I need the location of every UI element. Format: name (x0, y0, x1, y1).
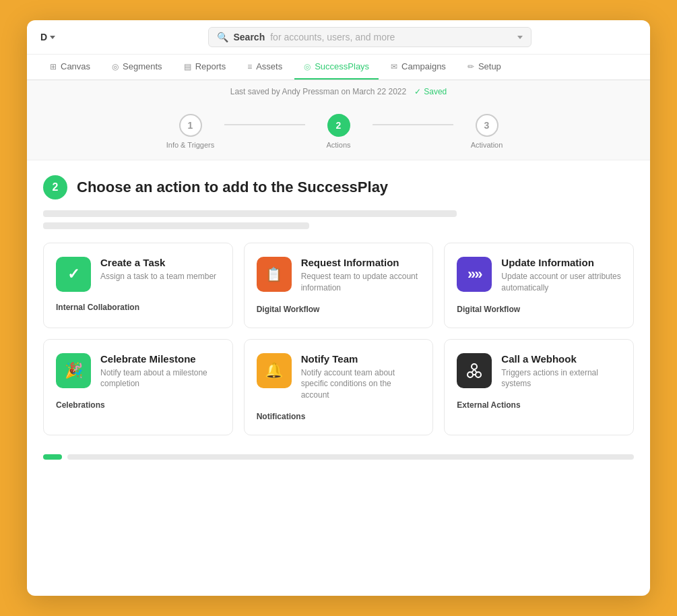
tab-campaigns[interactable]: ✉ Campaigns (381, 55, 455, 80)
canvas-tab-icon: ⊞ (50, 62, 57, 71)
webhook-text: Call a Webhook Triggers actions in exter… (501, 353, 621, 390)
create-task-text: Create a Task Assign a task to a team me… (100, 257, 220, 282)
svg-line-4 (474, 369, 477, 373)
assets-tab-label: Assets (256, 61, 282, 71)
search-dropdown-icon[interactable] (517, 36, 523, 39)
card-top-create-task: ✓ Create a Task Assign a task to a team … (56, 257, 220, 292)
update-info-title: Update Information (501, 257, 621, 268)
tab-reports[interactable]: ▤ Reports (174, 55, 236, 80)
step-connector-2 (373, 124, 453, 125)
step-2-label: Actions (326, 141, 350, 149)
card-update-information[interactable]: »» Update Information Update account or … (444, 243, 634, 328)
celebrate-icon: 🎉 (56, 353, 91, 388)
tab-canvas[interactable]: ⊞ Canvas (40, 55, 100, 80)
filter-bar (27, 210, 650, 243)
search-icon: 🔍 (217, 32, 228, 42)
svg-point-2 (472, 364, 477, 369)
brand-dropdown-icon[interactable] (50, 36, 55, 39)
step-3-label: Activation (471, 141, 503, 149)
segments-tab-label: Segments (123, 61, 162, 71)
update-info-desc: Update account or user attributes automa… (501, 271, 621, 294)
scroll-dot (43, 454, 62, 460)
party-icon: 🎉 (65, 362, 83, 379)
app-window: D 🔍 Search for accounts, users, and more… (27, 20, 650, 596)
search-bar[interactable]: 🔍 Search for accounts, users, and more (208, 27, 531, 47)
search-bold-label: Search (234, 32, 265, 42)
step-3[interactable]: 3 Activation (453, 114, 521, 149)
webhook-icon (457, 353, 492, 388)
card-celebrate-milestone[interactable]: 🎉 Celebrate Milestone Notify team about … (43, 339, 233, 435)
webhook-category: External Actions (457, 400, 621, 410)
campaigns-tab-icon: ✉ (391, 62, 397, 71)
successplays-tab-label: SuccessPlays (315, 61, 369, 71)
tab-setup[interactable]: ✏ Setup (458, 55, 511, 80)
request-info-category: Digital Workflow (257, 305, 421, 314)
save-status-bar: Last saved by Andy Pressman on March 22 … (27, 80, 650, 103)
step-title: Choose an action to add to the SuccessPl… (77, 179, 388, 196)
card-top-update-info: »» Update Information Update account or … (457, 257, 621, 294)
saved-label: Saved (424, 87, 447, 96)
setup-tab-label: Setup (478, 61, 501, 71)
step-1-circle: 1 (179, 114, 202, 137)
canvas-tab-label: Canvas (61, 61, 90, 71)
request-info-title: Request Information (301, 257, 421, 268)
webhook-title: Call a Webhook (501, 353, 621, 365)
card-request-information[interactable]: 📋 Request Information Request team to up… (244, 243, 434, 328)
segments-tab-icon: ◎ (112, 62, 119, 71)
request-info-text: Request Information Request team to upda… (301, 257, 421, 294)
steps-progress: 1 Info & Triggers 2 Actions 3 Activation (27, 103, 650, 160)
card-top-celebrate: 🎉 Celebrate Milestone Notify team about … (56, 353, 220, 390)
tab-segments[interactable]: ◎ Segments (102, 55, 172, 80)
step-connector-1 (224, 124, 305, 125)
card-top-notify: 🔔 Notify Team Notify account team about … (257, 353, 421, 401)
filter-bar-row1 (43, 210, 457, 217)
notify-text: Notify Team Notify account team about sp… (301, 353, 421, 401)
main-content: 2 Choose an action to add to the Success… (27, 160, 650, 596)
action-cards-grid: ✓ Create a Task Assign a task to a team … (27, 243, 650, 449)
tab-successplays[interactable]: ◎ SuccessPlays (294, 55, 379, 80)
webhook-svg-icon (465, 361, 484, 380)
nav-tabs: ⊞ Canvas ◎ Segments ▤ Reports ≡ Assets ◎… (27, 55, 650, 80)
celebrate-desc: Notify team about a milestone completion (100, 367, 220, 390)
card-call-webhook[interactable]: Call a Webhook Triggers actions in exter… (444, 339, 634, 435)
update-info-icon: »» (457, 257, 492, 292)
assets-tab-icon: ≡ (247, 62, 252, 71)
card-top-webhook: Call a Webhook Triggers actions in exter… (457, 353, 621, 390)
request-info-icon: 📋 (257, 257, 292, 292)
step-2-circle: 2 (327, 114, 350, 137)
scroll-indicator (27, 449, 650, 465)
create-task-category: Internal Collaboration (56, 303, 220, 312)
update-arrows-icon: »» (468, 266, 481, 283)
step-badge: 2 (43, 175, 67, 199)
notify-desc: Notify account team about specific condi… (301, 367, 421, 401)
celebrate-category: Celebrations (56, 400, 220, 410)
create-task-title: Create a Task (100, 257, 220, 268)
card-create-task[interactable]: ✓ Create a Task Assign a task to a team … (43, 243, 233, 328)
setup-tab-icon: ✏ (468, 62, 474, 71)
step-1-label: Info & Triggers (166, 141, 215, 149)
card-notify-team[interactable]: 🔔 Notify Team Notify account team about … (244, 339, 434, 435)
bell-icon: 🔔 (265, 362, 283, 379)
update-info-category: Digital Workflow (457, 305, 621, 314)
create-task-icon: ✓ (56, 257, 91, 292)
brand-letter: D (40, 32, 47, 42)
request-info-desc: Request team to update account informati… (301, 271, 421, 294)
tab-assets[interactable]: ≡ Assets (238, 55, 292, 80)
card-top-request-info: 📋 Request Information Request team to up… (257, 257, 421, 294)
notify-title: Notify Team (301, 353, 421, 365)
celebrate-text: Celebrate Milestone Notify team about a … (100, 353, 220, 390)
step-3-circle: 3 (476, 114, 498, 137)
step-2[interactable]: 2 Actions (305, 114, 373, 149)
step-1[interactable]: 1 Info & Triggers (157, 114, 224, 149)
saved-check-icon: ✓ (414, 87, 421, 96)
notify-category: Notifications (257, 412, 421, 421)
notify-icon: 🔔 (257, 353, 292, 388)
create-task-desc: Assign a task to a team member (100, 271, 220, 282)
search-placeholder: for accounts, users, and more (270, 32, 395, 42)
filter-bar-row2 (43, 222, 309, 229)
request-form-icon: 📋 (265, 266, 282, 282)
webhook-desc: Triggers actions in external systems (501, 367, 621, 390)
brand-area[interactable]: D (40, 32, 94, 42)
task-checkmark-icon: ✓ (67, 266, 79, 283)
step-header: 2 Choose an action to add to the Success… (27, 160, 650, 210)
